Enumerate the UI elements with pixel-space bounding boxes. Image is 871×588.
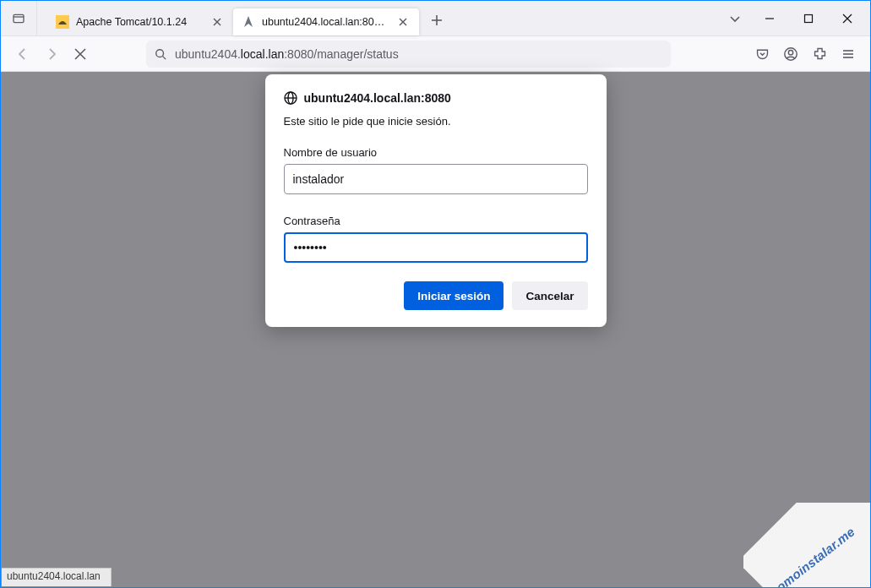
url-text: ubuntu2404.local.lan:8080/manager/status bbox=[175, 47, 399, 61]
titlebar: Apache Tomcat/10.1.24 ubuntu2404.local.l… bbox=[1, 1, 870, 36]
tab-overflow-button[interactable] bbox=[720, 1, 750, 35]
minimize-button[interactable] bbox=[750, 1, 789, 36]
stop-button[interactable] bbox=[67, 41, 94, 68]
status-bar: ubuntu2404.local.lan bbox=[2, 568, 112, 586]
svg-rect-10 bbox=[805, 14, 813, 22]
new-tab-button[interactable] bbox=[424, 8, 449, 33]
username-label: Nombre de usuario bbox=[284, 146, 588, 159]
close-icon[interactable] bbox=[395, 14, 411, 30]
page-content: ubuntu2404.local.lan:8080 Este sitio le … bbox=[1, 72, 870, 587]
password-input[interactable] bbox=[284, 232, 588, 263]
extensions-button[interactable] bbox=[806, 41, 833, 68]
tomcat-favicon bbox=[56, 15, 69, 29]
search-icon bbox=[155, 48, 166, 60]
dialog-message: Este sitio le pide que inicie sesión. bbox=[284, 115, 588, 128]
cancel-button[interactable]: Cancelar bbox=[512, 281, 587, 310]
tab-tomcat[interactable]: Apache Tomcat/10.1.24 bbox=[47, 8, 233, 35]
back-button[interactable] bbox=[9, 41, 36, 68]
close-button[interactable] bbox=[828, 1, 867, 36]
recent-tabs-button[interactable] bbox=[1, 1, 37, 35]
tab-strip: Apache Tomcat/10.1.24 ubuntu2404.local.l… bbox=[37, 1, 720, 35]
toolbar: ubuntu2404.local.lan:8080/manager/status bbox=[1, 36, 870, 72]
svg-rect-0 bbox=[14, 14, 24, 22]
svg-point-15 bbox=[156, 49, 164, 57]
menu-button[interactable] bbox=[835, 41, 862, 68]
dialog-site: ubuntu2404.local.lan:8080 bbox=[304, 91, 451, 105]
forward-button[interactable] bbox=[38, 41, 65, 68]
svg-point-18 bbox=[788, 50, 792, 54]
tab-title: Apache Tomcat/10.1.24 bbox=[76, 16, 203, 28]
maximize-button[interactable] bbox=[789, 1, 828, 36]
watermark: comoinstalar.me bbox=[743, 503, 870, 587]
tab-title: ubuntu2404.local.lan:8080/manager/status bbox=[262, 16, 389, 28]
globe-icon bbox=[284, 91, 297, 105]
svg-line-16 bbox=[163, 56, 166, 59]
window-controls bbox=[750, 1, 870, 35]
close-icon[interactable] bbox=[210, 14, 225, 30]
auth-dialog: ubuntu2404.local.lan:8080 Este sitio le … bbox=[265, 74, 607, 327]
password-label: Contraseña bbox=[284, 215, 588, 227]
pocket-button[interactable] bbox=[749, 41, 776, 68]
account-button[interactable] bbox=[777, 41, 804, 68]
loading-favicon bbox=[242, 15, 255, 29]
username-input[interactable] bbox=[284, 164, 588, 194]
url-bar[interactable]: ubuntu2404.local.lan:8080/manager/status bbox=[146, 41, 671, 68]
signin-button[interactable]: Iniciar sesión bbox=[404, 281, 504, 310]
tab-manager-status[interactable]: ubuntu2404.local.lan:8080/manager/status bbox=[233, 8, 419, 35]
